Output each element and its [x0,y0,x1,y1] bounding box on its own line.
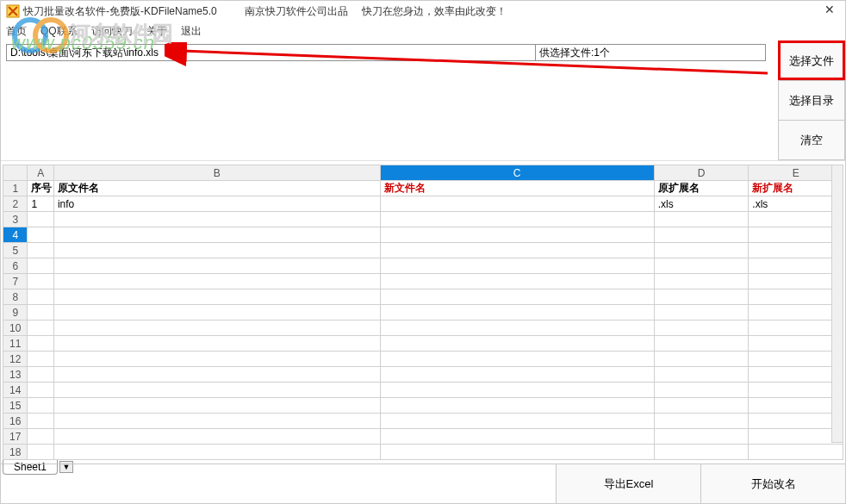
row-head[interactable]: 18 [3,445,28,460]
row-head[interactable]: 12 [3,352,28,367]
select-file-button[interactable]: 选择文件 [778,40,845,80]
row-head[interactable]: 11 [3,336,28,352]
row-head[interactable]: 16 [3,414,28,429]
top-panel-left [1,40,778,160]
window-slogan-1: 南京快刀软件公司出品 [245,4,348,19]
spreadsheet[interactable]: A B C D E 1 序号 原文件名 新文件名 原扩展名 新扩展名 2 1 i… [3,165,843,460]
row-head[interactable]: 17 [3,429,28,445]
cell-new-name[interactable] [380,196,654,212]
clear-button[interactable]: 清空 [778,120,845,160]
menu-exit[interactable]: 退出 [181,24,202,39]
data-row: 2 1 info .xls .xls [3,196,843,212]
header-orig-ext[interactable]: 原扩展名 [654,181,749,196]
cell-new-ext[interactable]: .xls [749,196,843,212]
app-icon [6,4,20,18]
window-title: 快刀批量改名软件-免费版-KDFileName5.0 [23,4,217,19]
cell-orig-name[interactable]: info [53,196,380,212]
select-dir-button[interactable]: 选择目录 [778,80,845,120]
header-orig-name[interactable]: 原文件名 [53,181,380,196]
row-head[interactable]: 3 [3,212,28,227]
close-button[interactable]: ✕ [819,3,840,16]
cell-seq[interactable]: 1 [28,196,53,212]
row-head[interactable]: 7 [3,274,28,289]
row-head[interactable]: 10 [3,320,28,336]
header-seq[interactable]: 序号 [28,181,53,196]
row-head[interactable]: 8 [3,289,28,305]
window-slogan-2: 快刀在您身边，效率由此改变！ [362,4,507,19]
row-head-2[interactable]: 2 [3,196,28,212]
grid-corner[interactable] [3,165,28,181]
path-input[interactable] [6,44,536,61]
footer: 导出Excel 开始改名 [1,464,845,503]
row-head[interactable]: 6 [3,258,28,274]
row-head[interactable]: 13 [3,367,28,383]
row-head[interactable]: 15 [3,398,28,414]
col-head-C[interactable]: C [380,165,654,181]
menu-home[interactable]: 首页 [6,24,27,39]
col-head-E[interactable]: E [749,165,843,181]
cell-orig-ext[interactable]: .xls [654,196,749,212]
header-new-name[interactable]: 新文件名 [380,181,654,196]
row-head[interactable]: 5 [3,243,28,258]
side-buttons: 选择文件 选择目录 清空 [778,40,845,160]
top-panel: 选择文件 选择目录 清空 [1,40,845,161]
col-head-D[interactable]: D [654,165,749,181]
header-new-ext[interactable]: 新扩展名 [749,181,843,196]
menu-visit[interactable]: 访问快刀 [91,24,133,39]
row-head[interactable]: 4 [3,227,28,243]
vertical-scrollbar[interactable] [831,165,843,443]
row-head-1[interactable]: 1 [3,181,28,196]
col-head-A[interactable]: A [28,165,53,181]
start-rename-button[interactable]: 开始改名 [700,464,845,503]
menu-about[interactable]: 关于 [146,24,167,39]
titlebar: 快刀批量改名软件-免费版-KDFileName5.0 南京快刀软件公司出品 快刀… [1,1,845,22]
export-excel-button[interactable]: 导出Excel [556,464,700,503]
menubar: 首页 QQ联系 访问快刀 关于 退出 [1,22,845,40]
count-input[interactable] [535,44,766,61]
header-row: 1 序号 原文件名 新文件名 原扩展名 新扩展名 [3,181,843,196]
menu-qq[interactable]: QQ联系 [40,24,78,39]
row-head[interactable]: 14 [3,383,28,398]
col-head-B[interactable]: B [53,165,380,181]
row-head[interactable]: 9 [3,305,28,320]
